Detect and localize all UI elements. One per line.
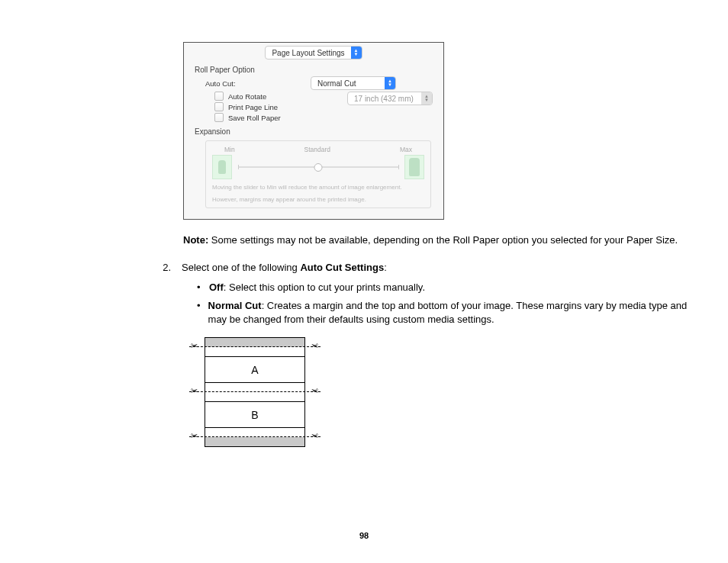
note-body: Some settings may not be available, depe… <box>208 234 678 246</box>
expansion-hint-2: However, margins may appear around the p… <box>212 196 424 204</box>
scissors-icon: ✂ <box>311 387 318 395</box>
print-page-line-label: Print Page Line <box>228 103 278 111</box>
checkbox-icon <box>214 92 224 101</box>
bullet-off: • Off: Select this option to cut your pr… <box>197 281 705 294</box>
paper-width-select: 17 inch (432 mm) ▲▼ <box>347 92 433 105</box>
settings-panel-screenshot: Page Layout Settings ▲▼ Roll Paper Optio… <box>183 42 444 220</box>
normal-cut-diagram: ✂ ✂ A ✂ ✂ B ✂ ✂ <box>205 337 305 447</box>
scissors-icon: ✂ <box>191 342 198 350</box>
diagram-label-b: B <box>205 409 304 421</box>
diagram-label-a: A <box>205 364 304 376</box>
step-number: 2. <box>160 261 171 275</box>
slider-min-label: Min <box>224 146 235 153</box>
slider-standard-label: Standard <box>304 146 331 153</box>
checkbox-icon <box>214 113 224 122</box>
bullet-icon: • <box>197 281 201 294</box>
page-number: 98 <box>0 531 728 540</box>
expansion-preview-max <box>404 155 424 179</box>
scissors-icon: ✂ <box>191 432 198 440</box>
slider-max-label: Max <box>400 146 412 153</box>
scissors-icon: ✂ <box>311 342 318 350</box>
note-prefix: Note: <box>183 234 208 246</box>
checkbox-icon <box>214 102 224 111</box>
paper-width-value: 17 inch (432 mm) <box>348 95 421 103</box>
bullet-normal-cut: • Normal Cut: Creates a margin and the t… <box>197 299 705 327</box>
auto-cut-select[interactable]: Normal Cut ▲▼ <box>311 76 396 90</box>
auto-rotate-label: Auto Rotate <box>228 92 266 101</box>
updown-icon: ▲▼ <box>421 92 432 105</box>
save-roll-paper-label: Save Roll Paper <box>228 114 281 122</box>
auto-cut-label: Auto Cut: <box>205 79 304 88</box>
expansion-heading: Expansion <box>184 123 443 137</box>
page-layout-select-label: Page Layout Settings <box>266 49 350 57</box>
updown-icon: ▲▼ <box>385 77 395 89</box>
bullet-icon: • <box>197 299 201 327</box>
page-layout-select[interactable]: Page Layout Settings ▲▼ <box>265 46 362 60</box>
print-page-line-checkbox[interactable]: Print Page Line <box>184 101 347 112</box>
expansion-slider[interactable] <box>238 166 398 168</box>
step-2: 2. Select one of the following Auto Cut … <box>160 261 705 275</box>
expansion-preview-min <box>212 155 232 179</box>
auto-rotate-checkbox[interactable]: Auto Rotate <box>184 91 347 101</box>
updown-icon: ▲▼ <box>351 47 362 59</box>
roll-paper-heading: Roll Paper Option <box>184 64 443 76</box>
step-text: Select one of the following Auto Cut Set… <box>182 261 387 275</box>
expansion-slider-box: Min Standard Max Moving the slider to Mi… <box>205 140 431 208</box>
expansion-hint-1: Moving the slider to Min will reduce the… <box>212 184 424 191</box>
slider-knob-icon[interactable] <box>314 163 323 172</box>
auto-cut-value: Normal Cut <box>311 79 385 88</box>
save-roll-paper-checkbox[interactable]: Save Roll Paper <box>184 112 347 123</box>
note-paragraph: Note: Some settings may not be available… <box>183 233 705 247</box>
scissors-icon: ✂ <box>191 387 198 395</box>
scissors-icon: ✂ <box>311 432 318 440</box>
